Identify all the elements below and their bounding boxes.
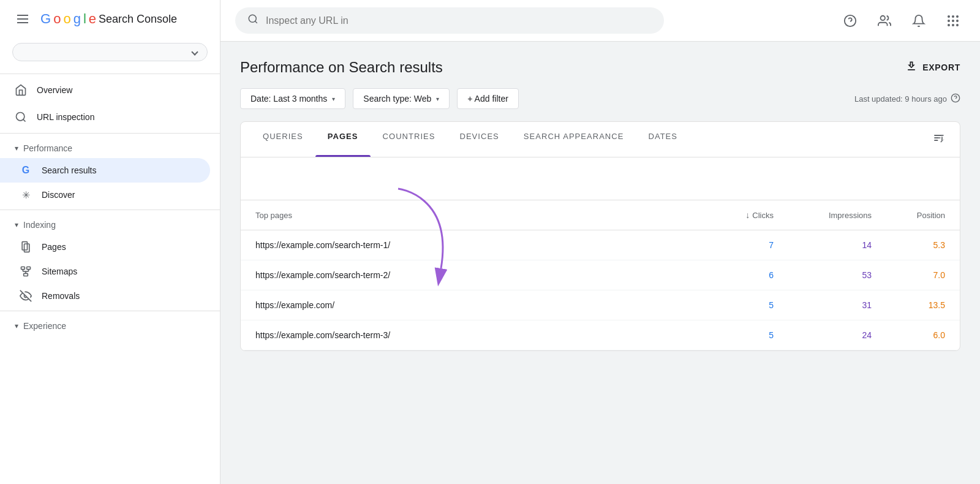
hamburger-menu-icon[interactable] — [12, 10, 33, 28]
nav-divider-2 — [0, 133, 220, 134]
tab-pages-label: PAGES — [328, 132, 358, 141]
tab-dates[interactable]: DATES — [636, 122, 690, 157]
nav-divider-3 — [0, 210, 220, 210]
sidebar-item-label-sitemaps: Sitemaps — [42, 267, 77, 276]
sidebar-section-label-experience: Experience — [23, 321, 66, 331]
svg-rect-5 — [27, 267, 31, 270]
row-4-clicks: 5 — [700, 330, 774, 340]
table-row[interactable]: https://example.com/search-term-2/ 6 53 … — [241, 260, 960, 290]
account-settings-button[interactable] — [872, 9, 897, 33]
sidebar-item-label-overview: Overview — [37, 85, 72, 95]
search-type-filter-label: Search type: Web — [363, 94, 431, 104]
home-icon — [15, 84, 27, 96]
sidebar-item-overview[interactable]: Overview — [0, 77, 210, 104]
performance-card: QUERIES PAGES COUNTRIES DEVICES SEARCH A… — [240, 121, 960, 351]
tab-search-appearance[interactable]: SEARCH APPEARANCE — [511, 122, 636, 157]
search-icon — [15, 111, 27, 123]
last-updated-help-icon[interactable] — [951, 93, 960, 105]
property-selector[interactable] — [12, 43, 208, 61]
svg-rect-3 — [24, 244, 29, 252]
sidebar-section-indexing[interactable]: ▾ Indexing — [0, 213, 220, 235]
svg-rect-6 — [24, 273, 28, 276]
svg-rect-2 — [22, 242, 27, 250]
last-updated-info: Last updated: 9 hours ago — [854, 93, 960, 105]
table-row[interactable]: https://example.com/search-term-1/ 7 14 … — [241, 230, 960, 260]
removals-icon — [20, 290, 32, 302]
col-header-position[interactable]: Position — [872, 210, 945, 220]
logo-letter-o1: o — [53, 11, 61, 27]
pages-icon — [20, 241, 32, 253]
row-1-url: https://example.com/search-term-1/ — [255, 240, 700, 250]
row-4-position: 6.0 — [872, 330, 945, 340]
indexing-collapse-icon: ▾ — [15, 221, 18, 229]
app-name-label: Search Console — [99, 13, 177, 26]
sidebar-item-removals[interactable]: Removals — [0, 284, 210, 308]
row-3-url: https://example.com/ — [255, 300, 700, 310]
logo-letter-g: G — [40, 11, 51, 27]
svg-line-1 — [23, 119, 26, 122]
tabs-row: QUERIES PAGES COUNTRIES DEVICES SEARCH A… — [241, 122, 960, 157]
sidebar-item-discover[interactable]: ✳ Discover — [0, 183, 210, 207]
svg-point-16 — [881, 15, 885, 20]
col-header-impressions[interactable]: Impressions — [774, 210, 872, 220]
export-button[interactable]: EXPORT — [905, 60, 960, 75]
svg-line-13 — [255, 21, 257, 23]
sidebar-item-label-search-results: Search results — [42, 165, 96, 175]
tab-queries[interactable]: QUERIES — [251, 122, 315, 157]
sidebar-item-url-inspection[interactable]: URL inspection — [0, 104, 210, 130]
sidebar-section-experience[interactable]: ▾ Experience — [0, 314, 220, 336]
logo-letter-o2: o — [63, 11, 70, 27]
sidebar-item-sitemaps[interactable]: Sitemaps — [0, 259, 210, 284]
notifications-button[interactable] — [907, 9, 931, 33]
topbar — [221, 0, 980, 42]
row-4-url: https://example.com/search-term-3/ — [255, 330, 700, 340]
sidebar: Google Search Console Overview — [0, 0, 221, 484]
row-2-impressions: 53 — [774, 270, 872, 280]
tab-countries[interactable]: COUNTRIES — [371, 122, 448, 157]
grid-dots-icon — [948, 15, 959, 26]
table-row[interactable]: https://example.com/ 5 31 13.5 — [241, 290, 960, 320]
nav-divider-4 — [0, 311, 220, 311]
table-filter-icon[interactable] — [928, 122, 950, 157]
google-apps-button[interactable] — [941, 9, 965, 33]
last-updated-text: Last updated: 9 hours ago — [854, 94, 947, 104]
content-area: Performance on Search results EXPORT Dat… — [221, 42, 980, 484]
date-filter-chevron: ▾ — [332, 96, 335, 102]
tab-search-appearance-label: SEARCH APPEARANCE — [524, 132, 624, 141]
sitemaps-icon — [20, 265, 32, 278]
help-button[interactable] — [838, 9, 862, 33]
url-search-bar[interactable] — [235, 7, 664, 34]
sidebar-section-performance[interactable]: ▾ Performance — [0, 136, 220, 158]
date-filter-label: Date: Last 3 months — [251, 94, 327, 104]
logo-letter-g2: g — [74, 11, 81, 27]
search-type-filter-button[interactable]: Search type: Web ▾ — [353, 88, 450, 109]
row-4-impressions: 24 — [774, 330, 872, 340]
sidebar-item-pages[interactable]: Pages — [0, 235, 210, 259]
url-search-input[interactable] — [266, 15, 652, 26]
sidebar-section-label-indexing: Indexing — [23, 220, 56, 230]
sidebar-item-search-results[interactable]: G Search results — [0, 158, 210, 183]
search-bar-icon — [247, 13, 258, 28]
svg-point-12 — [249, 15, 256, 22]
row-3-impressions: 31 — [774, 300, 872, 310]
property-selector-chevron — [191, 48, 198, 55]
row-2-clicks: 6 — [700, 270, 774, 280]
col-header-pages-label: Top pages — [255, 211, 292, 220]
row-3-clicks: 5 — [700, 300, 774, 310]
date-filter-button[interactable]: Date: Last 3 months ▾ — [240, 88, 345, 109]
tab-devices[interactable]: DEVICES — [447, 122, 511, 157]
add-filter-button[interactable]: + Add filter — [457, 88, 519, 109]
col-header-clicks[interactable]: ↓ Clicks — [700, 210, 774, 220]
filter-bar: Date: Last 3 months ▾ Search type: Web ▾… — [240, 88, 960, 109]
topbar-actions — [838, 9, 965, 33]
chart-area — [241, 157, 960, 200]
tab-pages[interactable]: PAGES — [315, 122, 371, 157]
table-row[interactable]: https://example.com/search-term-3/ 5 24 … — [241, 320, 960, 350]
tab-countries-label: COUNTRIES — [383, 132, 435, 141]
sidebar-item-label-removals: Removals — [42, 291, 80, 301]
nav-divider-1 — [0, 74, 220, 74]
sort-arrow-icon: ↓ — [745, 210, 750, 220]
col-header-position-label: Position — [917, 211, 945, 220]
sidebar-item-label-discover: Discover — [42, 190, 75, 200]
row-1-clicks: 7 — [700, 240, 774, 250]
